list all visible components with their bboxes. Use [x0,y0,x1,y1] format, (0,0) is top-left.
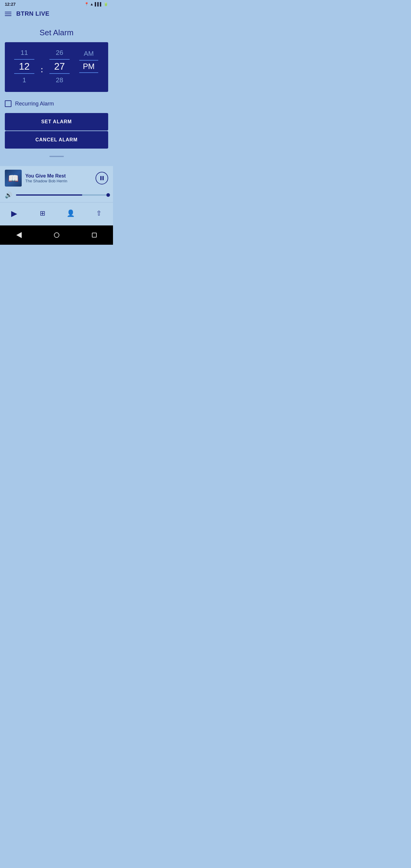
volume-progress-bar: 🔊 [0,190,113,202]
time-picker[interactable]: 11 12 1 : 26 27 28 AM PM [5,42,108,92]
page-title: Set Alarm [5,28,108,37]
recurring-label: Recurring Alarm [15,101,54,107]
nav-grid[interactable]: ⊞ [35,206,50,221]
recents-button[interactable] [88,229,100,241]
back-icon [16,232,22,238]
location-icon: 📍 [84,2,89,6]
progress-fill [16,194,82,195]
status-bar: 12:27 📍 ▲ ▌▌▌ 🔋 [0,0,113,8]
hour-selected[interactable]: 12 [14,59,35,74]
signal-icon: ▌▌▌ [95,2,102,6]
drag-handle [50,156,64,157]
status-time: 12:27 [5,2,16,7]
recurring-alarm-toggle[interactable]: Recurring Alarm [0,97,113,113]
home-button[interactable] [51,229,63,241]
recurring-checkbox[interactable] [5,100,11,107]
time-picker-rows: 11 12 1 : 26 27 28 AM PM [10,48,103,85]
ampm-above: AM [84,49,94,60]
hour-above: 11 [21,48,28,59]
progress-thumb [106,193,110,197]
ampm-selected[interactable]: PM [79,60,98,73]
album-art-inner: 📖 [5,170,22,187]
wifi-icon: ▲ [90,2,94,6]
play-nav-icon: ▶ [11,209,17,218]
time-separator: : [39,59,45,74]
menu-button[interactable] [5,12,11,16]
nav-contacts[interactable]: 👤 [63,206,78,221]
system-nav [0,225,113,245]
set-alarm-button[interactable]: SET ALARM [5,113,108,130]
now-playing: 📖 You Give Me Rest The Shadow Bob Herrin [0,166,113,190]
pause-icon [100,176,104,180]
status-icons: 📍 ▲ ▌▌▌ 🔋 [84,2,108,6]
drag-handle-container [0,151,113,159]
bottom-nav: ▶ ⊞ 👤 ⇧ [0,202,113,225]
share-nav-icon: ⇧ [96,210,101,217]
track-subtitle: The Shadow Bob Herrin [25,179,92,183]
minute-below: 28 [56,74,63,85]
top-bar: BTRN LIVE [0,8,113,21]
track-show: The Shadow [25,179,47,183]
back-button[interactable] [13,229,25,241]
track-author: Bob Herrin [49,179,67,183]
recents-icon [92,233,97,238]
ampm-column[interactable]: AM PM [74,49,103,84]
album-art-icon: 📖 [8,173,19,183]
contacts-nav-icon: 👤 [67,210,75,217]
battery-icon: 🔋 [104,2,108,6]
pause-button[interactable] [96,172,108,184]
page-title-container: Set Alarm [0,21,113,42]
minute-above: 26 [56,48,63,59]
action-buttons: SET ALARM CANCEL ALARM [0,113,113,151]
track-info: You Give Me Rest The Shadow Bob Herrin [25,173,92,183]
home-icon [54,232,59,238]
nav-share[interactable]: ⇧ [92,206,106,221]
hour-below: 1 [22,74,26,85]
volume-icon: 🔊 [5,191,12,198]
cancel-alarm-button[interactable]: CANCEL ALARM [5,131,108,149]
grid-nav-icon: ⊞ [40,210,45,217]
album-art: 📖 [5,170,22,187]
track-title: You Give Me Rest [25,173,92,179]
hour-column[interactable]: 11 12 1 [10,48,39,85]
progress-track[interactable] [16,194,108,195]
nav-play[interactable]: ▶ [7,206,22,221]
minute-column[interactable]: 26 27 28 [45,48,74,85]
minute-selected[interactable]: 27 [50,59,70,74]
app-title: BTRN LIVE [16,10,50,17]
